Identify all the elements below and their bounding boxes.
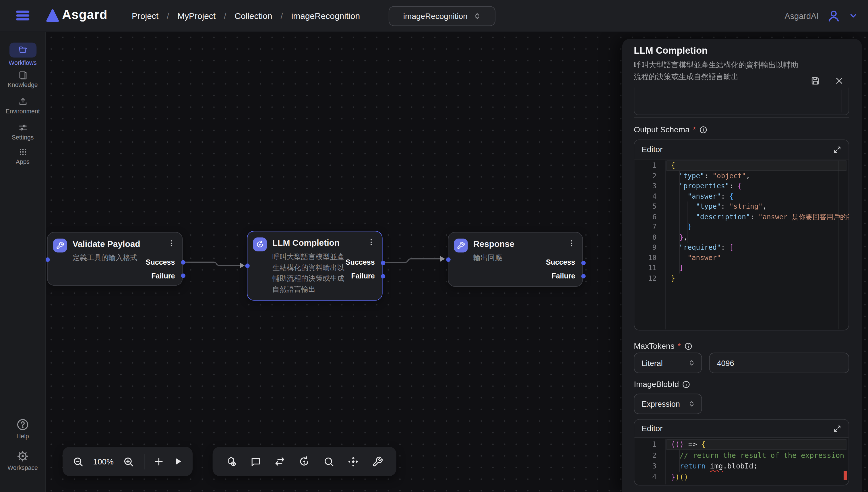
output-failure-label: Failure [552,272,575,280]
breadcrumb-myproject[interactable]: MyProject [177,11,216,21]
code-editor-content[interactable]: 1(() => {2 // return the result of the e… [634,438,848,485]
code-line: 6 "description": "answer 是你要回答用戶的答 [634,212,848,222]
kebab-menu-icon[interactable] [167,239,175,247]
sidebar-item-label: Apps [16,158,30,165]
max-tokens-label: MaxTokens * [634,341,692,351]
add-button[interactable] [154,457,164,466]
kebab-menu-icon[interactable] [568,239,576,247]
kebab-menu-icon[interactable] [367,238,375,246]
help-circle-icon [16,418,29,431]
search-icon[interactable] [323,456,334,467]
zoom-level: 100% [93,457,114,466]
code-editor-content[interactable]: 1{2 "type": "object",3 "properties": {4 … [634,159,848,330]
canvas-tools-toolbar [213,447,396,476]
swap-arrows-icon[interactable] [274,456,286,467]
wrench-icon[interactable] [372,456,383,467]
info-icon[interactable] [682,380,691,388]
hamburger-menu-icon[interactable] [16,9,30,22]
sidebar: Workflows Knowledge Environment Settings… [0,31,46,492]
wrench-icon [53,239,67,252]
success-port[interactable] [381,260,385,265]
workflow-selector-value: imageRecognition [403,11,468,20]
expand-icon[interactable] [833,424,841,433]
failure-port[interactable] [181,274,185,278]
output-schema-label: Output Schema * [634,125,708,134]
editor-title: Editor [642,145,663,154]
gear-icon [16,449,29,463]
move-icon[interactable] [347,455,359,467]
toolbar-divider [144,453,144,469]
success-port[interactable] [581,260,586,265]
code-line: 11 ] [634,263,848,273]
output-schema-editor: Editor 1{2 "type": "object",3 "propertie… [634,140,849,330]
failure-port[interactable] [581,274,586,278]
node-response[interactable]: Response 輸出回應 Success Failure [448,232,583,287]
brand-name: Asgard [62,7,108,22]
sidebar-item-settings[interactable]: Settings [0,123,45,141]
output-success-label: Success [146,258,175,266]
panel-title: LLM Completion [634,45,708,56]
workflow-selector-dropdown[interactable]: imageRecognition [389,6,495,26]
sidebar-item-workspace[interactable]: Workspace [0,449,45,471]
sidebar-item-apps[interactable]: Apps [0,147,45,165]
chevron-down-icon[interactable] [848,11,858,21]
input-port[interactable] [446,257,450,262]
sidebar-item-workflows[interactable]: Workflows [0,43,45,66]
code-line: 1(() => { [634,439,848,450]
zoom-toolbar: 100% [63,447,193,476]
breadcrumb-project[interactable]: Project [132,11,158,21]
select-value: Expression [642,399,680,408]
updown-chevron-icon [688,400,695,407]
book-icon [18,70,28,80]
llm-cycle-icon[interactable] [299,456,310,467]
wrench-icon [454,239,468,252]
breadcrumb-collection[interactable]: Collection [234,11,272,21]
failure-port[interactable] [381,274,385,278]
sidebar-item-label: Knowledge [8,81,38,88]
sidebar-item-knowledge[interactable]: Knowledge [0,70,45,88]
max-tokens-input[interactable] [709,352,849,373]
sidebar-item-environment[interactable]: Environment [0,97,45,115]
close-icon[interactable] [835,76,844,85]
run-button-icon[interactable] [173,457,183,466]
node-title: LLM Completion [272,238,340,248]
sidebar-item-label: Settings [12,134,34,141]
node-llm-completion[interactable]: LLM Completion 呼叫大型語言模型並產生結構化的資料輸出以輔助流程的… [247,231,382,300]
comment-icon[interactable] [250,456,262,467]
save-icon[interactable] [810,76,820,86]
max-tokens-mode-select[interactable]: Literal [634,352,702,373]
breadcrumb-workflow[interactable]: imageRecognition [291,11,360,21]
user-menu[interactable]: AsgardAI [785,0,858,31]
input-port[interactable] [245,264,249,268]
zoom-in-icon[interactable] [123,456,134,467]
code-line: 8 }, [634,232,848,243]
sidebar-item-label: Workflows [8,59,36,66]
output-success-label: Success [346,258,375,266]
user-avatar-icon[interactable] [826,8,841,23]
required-marker: * [693,125,696,134]
node-subtitle: 定義工具的輸入格式 [73,252,138,263]
panel-description: 呼叫大型語言模型並產生結構化的資料輸出以輔助流程的決策或生成自然語言輸出 [634,59,801,82]
code-line: 10 "answer" [634,253,848,263]
sidebar-item-help[interactable]: Help [0,418,45,440]
expand-icon[interactable] [833,145,841,153]
field-scrollbar [841,90,841,112]
editor-title: Editor [642,424,663,433]
info-icon[interactable] [684,342,692,350]
node-subtitle: 輸出回應 [473,252,502,263]
code-line: 2 // return the result of the expression [634,450,848,461]
info-icon[interactable] [699,125,708,134]
scrolled-field-remnant[interactable] [634,88,849,115]
sidebar-item-label: Workspace [7,464,38,471]
node-title: Validate Payload [73,239,140,249]
breadcrumb-separator: / [280,11,283,21]
success-port[interactable] [181,260,185,265]
image-blob-id-mode-select[interactable]: Expression [634,394,702,414]
node-validate-payload[interactable]: Validate Payload 定義工具的輸入格式 Success Failu… [47,232,182,286]
add-node-icon[interactable] [226,456,238,467]
code-line: 4})() [634,471,848,482]
updown-chevron-icon [688,360,695,367]
zoom-out-icon[interactable] [73,456,84,467]
input-port[interactable] [45,257,50,262]
editor-header: Editor [634,420,848,438]
